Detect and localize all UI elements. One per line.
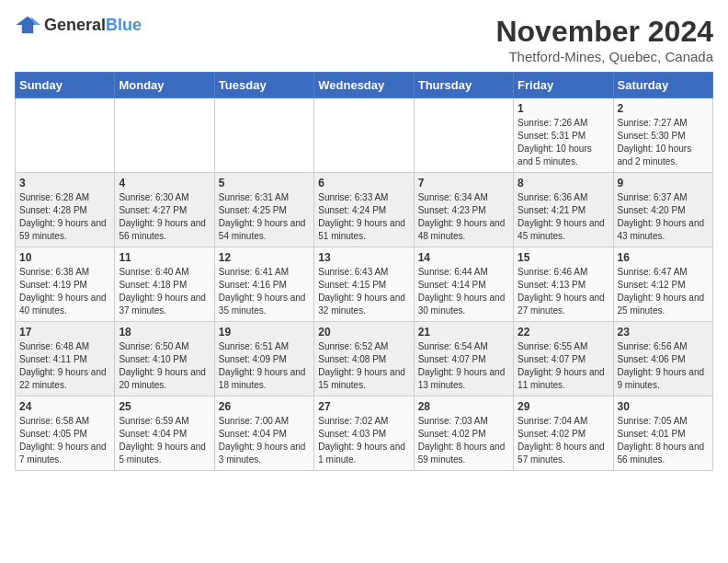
day-number: 6	[318, 177, 409, 190]
day-info: Sunrise: 6:44 AM Sunset: 4:14 PM Dayligh…	[418, 266, 509, 317]
calendar-cell	[314, 98, 414, 173]
header-friday: Friday	[514, 73, 613, 98]
calendar-cell: 16Sunrise: 6:47 AM Sunset: 4:12 PM Dayli…	[613, 247, 712, 322]
day-info: Sunrise: 7:27 AM Sunset: 5:30 PM Dayligh…	[618, 117, 709, 168]
calendar-cell: 19Sunrise: 6:51 AM Sunset: 4:09 PM Dayli…	[214, 322, 313, 396]
calendar-header-row: SundayMondayTuesdayWednesdayThursdayFrid…	[16, 73, 713, 98]
week-row-4: 24Sunrise: 6:58 AM Sunset: 4:05 PM Dayli…	[16, 396, 713, 471]
day-number: 2	[618, 102, 709, 115]
day-number: 30	[618, 400, 709, 413]
day-info: Sunrise: 6:48 AM Sunset: 4:11 PM Dayligh…	[19, 340, 110, 392]
day-number: 24	[19, 400, 110, 413]
day-info: Sunrise: 6:55 AM Sunset: 4:07 PM Dayligh…	[518, 340, 609, 392]
week-row-0: 1Sunrise: 7:26 AM Sunset: 5:31 PM Daylig…	[16, 98, 713, 173]
day-number: 3	[19, 177, 110, 190]
day-info: Sunrise: 7:00 AM Sunset: 4:04 PM Dayligh…	[219, 415, 310, 466]
day-number: 12	[219, 251, 310, 264]
day-info: Sunrise: 6:46 AM Sunset: 4:13 PM Dayligh…	[518, 266, 609, 317]
day-number: 26	[219, 400, 310, 413]
calendar-cell: 21Sunrise: 6:54 AM Sunset: 4:07 PM Dayli…	[414, 322, 513, 396]
calendar-cell: 8Sunrise: 6:36 AM Sunset: 4:21 PM Daylig…	[514, 173, 613, 247]
day-info: Sunrise: 6:37 AM Sunset: 4:20 PM Dayligh…	[618, 191, 709, 243]
header-thursday: Thursday	[414, 73, 513, 98]
day-number: 20	[318, 326, 409, 339]
day-number: 7	[418, 177, 509, 190]
logo-general: General	[44, 16, 106, 35]
calendar-cell: 9Sunrise: 6:37 AM Sunset: 4:20 PM Daylig…	[613, 173, 712, 247]
day-number: 17	[19, 326, 110, 339]
calendar-cell: 7Sunrise: 6:34 AM Sunset: 4:23 PM Daylig…	[414, 173, 513, 247]
day-info: Sunrise: 6:59 AM Sunset: 4:04 PM Dayligh…	[119, 415, 210, 466]
day-number: 8	[518, 177, 609, 190]
day-number: 16	[618, 251, 709, 264]
day-info: Sunrise: 6:52 AM Sunset: 4:08 PM Dayligh…	[318, 340, 409, 392]
day-number: 19	[219, 326, 310, 339]
day-info: Sunrise: 6:43 AM Sunset: 4:15 PM Dayligh…	[318, 266, 409, 317]
day-info: Sunrise: 7:04 AM Sunset: 4:02 PM Dayligh…	[518, 415, 609, 466]
day-info: Sunrise: 7:03 AM Sunset: 4:02 PM Dayligh…	[418, 415, 509, 466]
day-info: Sunrise: 6:36 AM Sunset: 4:21 PM Dayligh…	[518, 191, 609, 243]
calendar-cell: 18Sunrise: 6:50 AM Sunset: 4:10 PM Dayli…	[115, 322, 214, 396]
day-number: 5	[219, 177, 310, 190]
week-row-3: 17Sunrise: 6:48 AM Sunset: 4:11 PM Dayli…	[16, 322, 713, 396]
header-saturday: Saturday	[613, 73, 712, 98]
calendar-cell: 4Sunrise: 6:30 AM Sunset: 4:27 PM Daylig…	[115, 173, 214, 247]
calendar-cell: 25Sunrise: 6:59 AM Sunset: 4:04 PM Dayli…	[115, 396, 214, 471]
day-number: 1	[518, 102, 609, 115]
header-tuesday: Tuesday	[214, 73, 313, 98]
title-block: November 2024 Thetford-Mines, Quebec, Ca…	[495, 15, 713, 64]
day-number: 29	[518, 400, 609, 413]
calendar-cell: 14Sunrise: 6:44 AM Sunset: 4:14 PM Dayli…	[414, 247, 513, 322]
day-number: 18	[119, 326, 210, 339]
day-number: 9	[618, 177, 709, 190]
calendar-cell: 28Sunrise: 7:03 AM Sunset: 4:02 PM Dayli…	[414, 396, 513, 471]
day-number: 22	[518, 326, 609, 339]
day-info: Sunrise: 7:26 AM Sunset: 5:31 PM Dayligh…	[518, 117, 609, 168]
day-number: 15	[518, 251, 609, 264]
calendar-cell: 12Sunrise: 6:41 AM Sunset: 4:16 PM Dayli…	[214, 247, 313, 322]
day-info: Sunrise: 6:51 AM Sunset: 4:09 PM Dayligh…	[219, 340, 310, 392]
calendar-cell: 22Sunrise: 6:55 AM Sunset: 4:07 PM Dayli…	[514, 322, 613, 396]
day-number: 25	[119, 400, 210, 413]
day-info: Sunrise: 6:56 AM Sunset: 4:06 PM Dayligh…	[618, 340, 709, 392]
calendar-cell	[414, 98, 513, 173]
calendar-cell: 3Sunrise: 6:28 AM Sunset: 4:28 PM Daylig…	[16, 173, 115, 247]
calendar-table: SundayMondayTuesdayWednesdayThursdayFrid…	[15, 72, 713, 471]
logo: General Blue	[15, 15, 142, 35]
header-wednesday: Wednesday	[314, 73, 414, 98]
calendar-cell: 15Sunrise: 6:46 AM Sunset: 4:13 PM Dayli…	[514, 247, 613, 322]
page-header: General Blue November 2024 Thetford-Mine…	[15, 15, 713, 64]
calendar-cell: 27Sunrise: 7:02 AM Sunset: 4:03 PM Dayli…	[314, 396, 414, 471]
calendar-cell: 30Sunrise: 7:05 AM Sunset: 4:01 PM Dayli…	[613, 396, 712, 471]
calendar-cell	[115, 98, 214, 173]
week-row-1: 3Sunrise: 6:28 AM Sunset: 4:28 PM Daylig…	[16, 173, 713, 247]
day-info: Sunrise: 6:40 AM Sunset: 4:18 PM Dayligh…	[119, 266, 210, 317]
day-info: Sunrise: 6:58 AM Sunset: 4:05 PM Dayligh…	[19, 415, 110, 466]
calendar-cell	[16, 98, 115, 173]
day-info: Sunrise: 6:41 AM Sunset: 4:16 PM Dayligh…	[219, 266, 310, 317]
header-monday: Monday	[115, 73, 214, 98]
calendar-cell: 23Sunrise: 6:56 AM Sunset: 4:06 PM Dayli…	[613, 322, 712, 396]
calendar-cell: 13Sunrise: 6:43 AM Sunset: 4:15 PM Dayli…	[314, 247, 414, 322]
logo-icon	[15, 15, 40, 35]
calendar-cell: 29Sunrise: 7:04 AM Sunset: 4:02 PM Dayli…	[514, 396, 613, 471]
header-sunday: Sunday	[16, 73, 115, 98]
day-info: Sunrise: 6:38 AM Sunset: 4:19 PM Dayligh…	[19, 266, 110, 317]
day-info: Sunrise: 6:54 AM Sunset: 4:07 PM Dayligh…	[418, 340, 509, 392]
day-number: 14	[418, 251, 509, 264]
day-number: 4	[119, 177, 210, 190]
day-info: Sunrise: 7:05 AM Sunset: 4:01 PM Dayligh…	[618, 415, 709, 466]
calendar-cell: 6Sunrise: 6:33 AM Sunset: 4:24 PM Daylig…	[314, 173, 414, 247]
day-number: 13	[318, 251, 409, 264]
calendar-cell: 17Sunrise: 6:48 AM Sunset: 4:11 PM Dayli…	[16, 322, 115, 396]
calendar-cell: 1Sunrise: 7:26 AM Sunset: 5:31 PM Daylig…	[514, 98, 613, 173]
calendar-cell: 26Sunrise: 7:00 AM Sunset: 4:04 PM Dayli…	[214, 396, 313, 471]
day-info: Sunrise: 6:28 AM Sunset: 4:28 PM Dayligh…	[19, 191, 110, 243]
logo-blue: Blue	[106, 16, 142, 35]
day-number: 21	[418, 326, 509, 339]
calendar-cell	[214, 98, 313, 173]
day-number: 23	[618, 326, 709, 339]
calendar-cell: 24Sunrise: 6:58 AM Sunset: 4:05 PM Dayli…	[16, 396, 115, 471]
calendar-cell: 20Sunrise: 6:52 AM Sunset: 4:08 PM Dayli…	[314, 322, 414, 396]
day-info: Sunrise: 6:50 AM Sunset: 4:10 PM Dayligh…	[119, 340, 210, 392]
